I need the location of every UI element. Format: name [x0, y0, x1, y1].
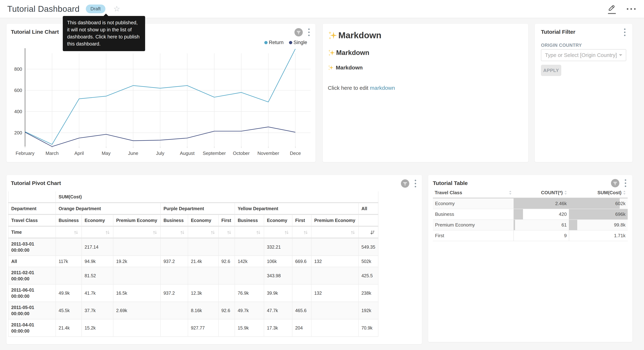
markdown-edit-link[interactable]: markdown — [370, 85, 395, 91]
pivot-time-header[interactable]: Time — [8, 226, 56, 238]
pivot-cell — [218, 284, 235, 302]
pivot-cell: 937.2 — [160, 284, 188, 302]
pivot-cell — [311, 238, 358, 256]
panel-actions — [401, 179, 418, 188]
pivot-cell: 70.9k — [358, 319, 378, 336]
pivot-cell — [292, 267, 311, 284]
pivot-department-header: Purple Department — [160, 203, 235, 214]
star-outline-icon[interactable]: ☆ — [114, 5, 120, 13]
pivot-cell: 39.9k — [264, 284, 292, 302]
filter-field-label: ORIGIN COUNTRY — [541, 42, 582, 48]
pivot-class-header: Economy — [264, 214, 292, 226]
panel-actions — [611, 179, 628, 188]
kebab-menu-icon[interactable] — [307, 28, 311, 37]
pivot-cell — [311, 267, 358, 284]
edit-underline — [608, 13, 616, 14]
kebab-menu-icon[interactable] — [413, 179, 418, 188]
filter-funnel-circle-icon[interactable] — [611, 179, 619, 187]
publish-tooltip[interactable]: This dashboard is not published, it will… — [63, 16, 145, 51]
sort-icon[interactable] — [56, 226, 82, 238]
edit-pencil-icon[interactable] — [608, 4, 617, 14]
sort-icon[interactable] — [218, 226, 235, 238]
markdown-h1: Markdown — [328, 30, 523, 40]
pivot-cell: 549.35 — [358, 238, 378, 256]
markdown-h1-text: Markdown — [338, 30, 381, 40]
pivot-cell: 425.5 — [358, 267, 378, 284]
pivot-cell: 19.2k — [113, 256, 160, 267]
sort-icon[interactable] — [311, 226, 358, 238]
origin-country-select[interactable]: Type or Select [Origin Country] — [541, 49, 626, 61]
sort-carets-icon[interactable] — [509, 190, 512, 195]
sort-icon[interactable] — [160, 226, 188, 238]
cell-travel-class: Business — [433, 209, 514, 220]
sort-icon[interactable] — [188, 226, 218, 238]
pivot-cell: 332.21 — [264, 238, 292, 256]
markdown-body: Markdown Markdown Markdown Click here to… — [328, 30, 523, 91]
x-axis-label: April — [74, 150, 84, 156]
pivot-class-header: Economy — [188, 214, 218, 226]
pivot-row-label: All — [8, 256, 56, 267]
panel-tutorial-pivot-chart: Tutorial Pivot Chart SUM(Cost)Department… — [6, 175, 422, 344]
pivot-cell: 49.7k — [235, 302, 264, 319]
draft-status-badge[interactable]: Draft — [86, 4, 106, 13]
pivot-cell — [113, 319, 160, 336]
sort-carets-icon[interactable] — [623, 190, 626, 195]
legend-item-return[interactable]: Return — [264, 40, 284, 45]
ellipsis-menu-icon[interactable] — [626, 7, 637, 11]
pivot-cell: 47.7k — [264, 302, 292, 319]
legend-dot — [264, 41, 268, 44]
column-header-label: COUNT(*) — [541, 190, 563, 196]
filter-funnel-circle-icon[interactable] — [401, 179, 409, 188]
markdown-h2: Markdown — [328, 49, 523, 56]
pivot-cell: 94.9k — [82, 256, 113, 267]
sort-icon[interactable] — [82, 226, 113, 238]
pivot-corner-cell — [8, 191, 56, 203]
pivot-row-label: 2011-06-01 00:00:00 — [8, 284, 56, 302]
cell-travel-class: First — [433, 230, 514, 241]
sort-icon[interactable] — [235, 226, 264, 238]
chevron-down-icon — [619, 54, 622, 56]
apply-button[interactable]: APPLY — [541, 65, 561, 76]
sort-carets-icon[interactable] — [564, 190, 567, 195]
kebab-menu-icon[interactable] — [622, 28, 627, 37]
sort-icon[interactable] — [113, 226, 160, 238]
column-header-sum-cost[interactable]: SUM(Cost) — [569, 188, 628, 198]
pivot-cell: 117k — [56, 256, 82, 267]
column-header-travel-class[interactable]: Travel Class — [433, 188, 514, 198]
pivot-cell: 106k — [264, 256, 292, 267]
cell-travel-class: Economy — [433, 198, 514, 209]
pivot-row: 2011-03-01 00:00:00217.14332.21549.35 — [8, 238, 378, 256]
filter-funnel-circle-icon[interactable] — [294, 28, 303, 36]
pivot-header-class-row: Travel ClassBusinessEconomyPremium Econo… — [8, 214, 378, 226]
x-axis-label: Dece — [290, 150, 301, 156]
legend-item-single[interactable]: Single — [289, 40, 307, 45]
pivot-cell — [235, 267, 264, 284]
chart-legend: ReturnSingle — [264, 40, 307, 45]
sparkles-icon — [328, 65, 334, 70]
cell-count: 61 — [514, 220, 569, 230]
y-axis-label: 200 — [14, 130, 22, 136]
line-chart-plot[interactable]: FebruaryMarchAprilMayJuneJulyAugustSepte… — [6, 45, 315, 160]
panel-tutorial-line-chart: Tutorial Line Chart ReturnSingle Februar… — [6, 24, 316, 162]
pivot-row: 2011-04-01 00:00:0021.4k15.2k927.7715.9k… — [8, 319, 378, 336]
pivot-cell: 17.3k — [264, 319, 292, 336]
table-header-row: Travel ClassCOUNT(*)SUM(Cost) — [433, 188, 628, 198]
markdown-paragraph: Click here to edit markdown — [328, 85, 523, 91]
pivot-cell: 142k — [235, 256, 264, 267]
x-axis-label: September — [203, 150, 226, 156]
pivot-table: SUM(Cost)DepartmentOrange DepartmentPurp… — [8, 191, 378, 337]
pivot-cell: 8.16k — [188, 302, 218, 319]
pivot-cell — [188, 267, 218, 284]
sort-icon[interactable] — [292, 226, 311, 238]
pivot-row: 2011-02-01 00:00:0081.52343.98425.5 — [8, 267, 378, 284]
sort-icon-active-desc[interactable] — [358, 226, 378, 238]
pivot-cell: 15.9k — [235, 319, 264, 336]
legend-label: Return — [269, 40, 284, 45]
column-header-count[interactable]: COUNT(*) — [514, 188, 569, 198]
sort-icon[interactable] — [264, 226, 292, 238]
y-axis-label: 400 — [14, 109, 22, 114]
kebab-menu-icon[interactable] — [623, 179, 628, 188]
page-title: Tutorial Dashboard — [7, 4, 80, 14]
panel-tutorial-filter: Tutorial Filter ORIGIN COUNTRY Type or S… — [535, 24, 632, 162]
cell-travel-class: Premium Economy — [433, 220, 514, 230]
